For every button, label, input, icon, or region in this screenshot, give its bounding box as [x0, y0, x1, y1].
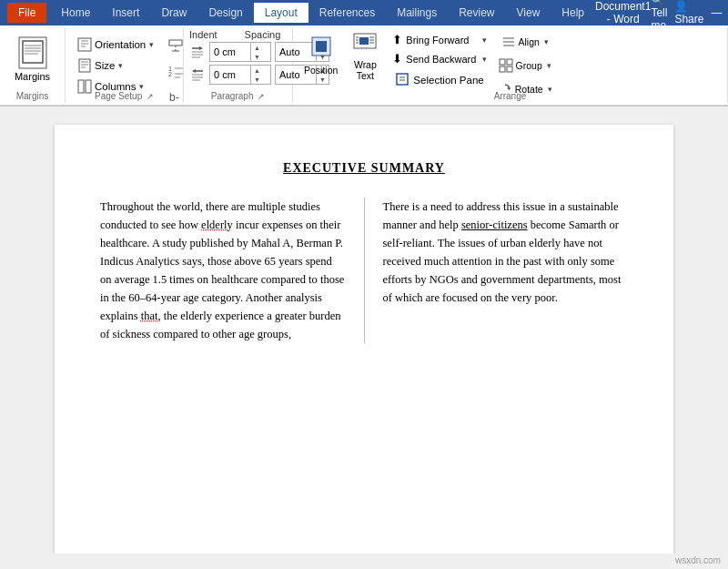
svg-marker-26 — [199, 46, 203, 50]
indent-right-down[interactable]: ▼ — [251, 75, 263, 84]
page-setup-expand[interactable]: ↗ — [147, 92, 154, 101]
page-setup-buttons: Orientation ▾ Size ▾ Colum — [73, 35, 157, 97]
breaks-icon — [167, 38, 184, 55]
tab-review[interactable]: Review — [448, 3, 505, 23]
tab-references[interactable]: References — [308, 3, 386, 23]
ribbon: Margins Margins Orientation ▾ — [0, 25, 728, 107]
align-button[interactable]: Align ▾ — [494, 31, 556, 53]
ribbon-content: Margins Margins Orientation ▾ — [0, 25, 728, 106]
indent-right-icon — [189, 66, 206, 83]
tab-mailings[interactable]: Mailings — [386, 3, 448, 23]
group-label: Group — [516, 60, 542, 71]
svg-rect-16 — [169, 40, 182, 46]
send-backward-label: Send Backward — [406, 54, 476, 65]
col2-senior-citizens: senior-citizens — [461, 218, 528, 231]
ribbon-tabs-top: Home Insert Draw Design Layout Reference… — [50, 3, 595, 23]
wrap-text-button[interactable]: WrapText — [345, 31, 385, 78]
svg-rect-51 — [500, 59, 505, 65]
margins-button[interactable]: Margins — [6, 33, 59, 86]
margins-label: Margins — [15, 71, 50, 82]
svg-text:2: 2 — [168, 71, 172, 77]
tab-view[interactable]: View — [506, 3, 551, 23]
col1-paragraph: Throughout the world, there are multiple… — [100, 198, 346, 343]
send-backward-button[interactable]: ⬇ Send Backward ▾ — [389, 50, 490, 67]
tab-home[interactable]: Home — [50, 3, 101, 23]
paragraph-expand[interactable]: ↗ — [258, 92, 265, 101]
tab-layout[interactable]: Layout — [254, 3, 308, 23]
doc-title: Document1 - Word — [595, 0, 651, 25]
document-title: EXECUTIVE SUMMARY — [100, 161, 628, 176]
svg-rect-45 — [397, 74, 408, 85]
document-column-2: There is a need to address this issue in… — [383, 198, 629, 343]
svg-marker-31 — [192, 69, 196, 73]
align-label: Align — [519, 36, 540, 47]
indent-right-spinbox[interactable]: 0 cm ▲ ▼ — [209, 65, 271, 85]
document-columns: Throughout the world, there are multiple… — [100, 198, 628, 343]
document-area: EXECUTIVE SUMMARY Throughout the world, … — [0, 107, 728, 554]
svg-rect-52 — [507, 59, 512, 65]
spacing-label: Spacing — [245, 29, 281, 40]
orientation-button[interactable]: Orientation ▾ — [73, 35, 157, 55]
indent-left-spinbox[interactable]: 0 cm ▲ ▼ — [209, 42, 271, 62]
indent-right-input[interactable]: 0 cm — [210, 68, 250, 81]
file-tab[interactable]: File — [7, 3, 46, 23]
indent-left-down[interactable]: ▼ — [251, 52, 263, 61]
indent-right-arrows: ▲ ▼ — [250, 66, 263, 84]
col2-paragraph: There is a need to address this issue in… — [383, 198, 629, 307]
position-label: Position — [304, 65, 338, 76]
orientation-icon — [76, 36, 93, 53]
size-label: Size — [95, 60, 115, 71]
bring-forward-icon: ⬆ — [392, 33, 402, 46]
svg-rect-53 — [500, 66, 505, 72]
indent-left-arrows: ▲ ▼ — [250, 43, 263, 61]
selection-pane-label: Selection Pane — [413, 75, 483, 86]
svg-rect-6 — [78, 38, 91, 51]
bring-forward-arrow: ▾ — [482, 36, 487, 45]
indent-left-up[interactable]: ▲ — [251, 43, 263, 52]
tab-insert[interactable]: Insert — [101, 3, 150, 23]
position-button[interactable]: Position — [300, 31, 341, 78]
svg-rect-54 — [507, 66, 512, 72]
align-group-rotate-col: Align ▾ Group ▾ Rotate ▾ — [494, 31, 556, 100]
group-arrow: ▾ — [547, 61, 551, 70]
page-setup-label: Page Setup ↗ — [66, 91, 183, 101]
group-button[interactable]: Group ▾ — [494, 55, 556, 76]
arrange-right-col: ⬆ Bring Forward ▾ ⬇ Send Backward ▾ Sele… — [389, 31, 490, 100]
selection-pane-button[interactable]: Selection Pane — [389, 69, 490, 91]
size-button[interactable]: Size ▾ — [73, 56, 157, 76]
arrange-group: Position WrapText ⬆ Bring Forward ▾ — [293, 27, 728, 103]
paragraph-group-label: Paragraph ↗ — [184, 91, 292, 101]
indent-right-up[interactable]: ▲ — [251, 66, 263, 75]
svg-rect-38 — [359, 37, 369, 45]
size-arrow: ▾ — [118, 61, 123, 70]
indent-left-input[interactable]: 0 cm — [210, 46, 250, 58]
orientation-label: Orientation — [95, 39, 146, 50]
tab-draw[interactable]: Draw — [150, 3, 197, 23]
size-icon — [76, 57, 93, 74]
tab-help[interactable]: Help — [551, 3, 595, 23]
svg-marker-55 — [507, 86, 510, 90]
send-backward-arrow: ▾ — [482, 55, 487, 64]
orientation-arrow: ▾ — [149, 40, 154, 49]
columns-arrow: ▾ — [139, 82, 144, 91]
svg-rect-36 — [316, 41, 327, 52]
margins-group-label: Margins — [0, 91, 65, 101]
column-divider — [364, 198, 365, 343]
bring-forward-label: Bring Forward — [406, 35, 469, 46]
share-button[interactable]: 👤 Share — [674, 0, 703, 25]
position-icon — [308, 34, 334, 63]
wrap-text-label: WrapText — [354, 59, 377, 81]
send-backward-icon: ⬇ — [392, 52, 402, 66]
group-icon — [499, 58, 513, 73]
arrange-group-label: Arrange — [293, 91, 727, 101]
margins-icon — [18, 36, 47, 69]
arrange-inner: Position WrapText ⬆ Bring Forward ▾ — [300, 31, 556, 100]
page-setup-group: Orientation ▾ Size ▾ Colum — [66, 27, 184, 103]
minimize-button[interactable]: — — [711, 6, 722, 19]
bring-forward-button[interactable]: ⬆ Bring Forward ▾ — [389, 31, 490, 48]
col1-elderly: elderly — [201, 218, 233, 231]
wrap-text-icon — [352, 28, 378, 57]
align-arrow: ▾ — [544, 37, 549, 46]
col1-that: that, — [141, 310, 161, 322]
tab-design[interactable]: Design — [197, 3, 253, 23]
